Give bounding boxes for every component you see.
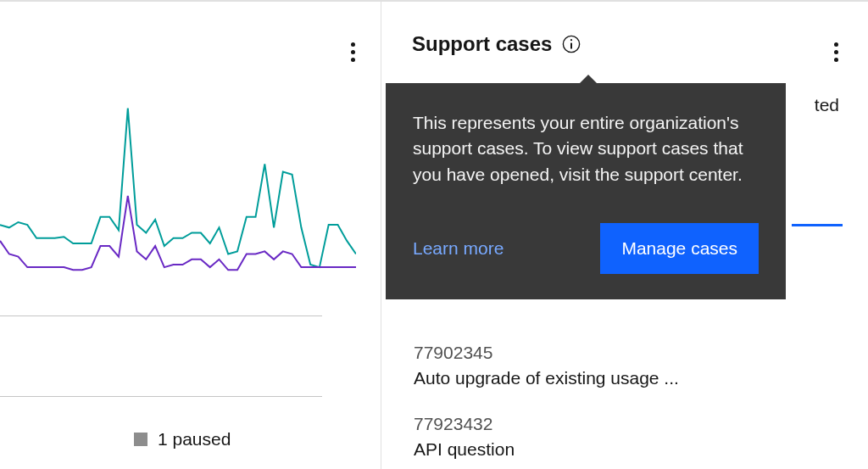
left-panel: 1 paused bbox=[0, 2, 381, 469]
legend-swatch bbox=[134, 433, 147, 446]
case-title: API question bbox=[414, 439, 679, 460]
truncated-tab-text: ted bbox=[815, 95, 839, 115]
learn-more-link[interactable]: Learn more bbox=[413, 238, 504, 259]
divider bbox=[0, 315, 322, 316]
overflow-menu-left[interactable] bbox=[351, 42, 355, 62]
case-id: 77923432 bbox=[414, 414, 679, 434]
legend-label: 1 paused bbox=[158, 429, 231, 449]
tooltip-actions: Learn more Manage cases bbox=[413, 223, 759, 274]
overflow-icon bbox=[834, 42, 838, 62]
case-item[interactable]: 77902345 Auto upgrade of existing usage … bbox=[414, 343, 679, 388]
case-item[interactable]: 77923432 API question bbox=[414, 414, 679, 460]
info-icon[interactable] bbox=[562, 35, 581, 53]
overflow-menu-right[interactable] bbox=[834, 42, 838, 62]
manage-cases-button[interactable]: Manage cases bbox=[600, 223, 759, 274]
overflow-icon bbox=[351, 42, 355, 62]
tooltip-body: This represents your entire organization… bbox=[413, 110, 759, 187]
tooltip-caret bbox=[580, 75, 597, 83]
tooltip: This represents your entire organization… bbox=[386, 83, 786, 299]
panel-header: Support cases bbox=[412, 32, 843, 56]
case-list: 77902345 Auto upgrade of existing usage … bbox=[414, 343, 679, 469]
chart-area bbox=[0, 95, 356, 307]
legend-item[interactable]: 1 paused bbox=[134, 429, 231, 449]
tab-indicator bbox=[792, 224, 843, 226]
panel-title: Support cases bbox=[412, 32, 552, 56]
svg-point-2 bbox=[570, 39, 572, 41]
case-id: 77902345 bbox=[414, 343, 679, 363]
divider bbox=[0, 396, 322, 397]
case-title: Auto upgrade of existing usage ... bbox=[414, 368, 679, 388]
